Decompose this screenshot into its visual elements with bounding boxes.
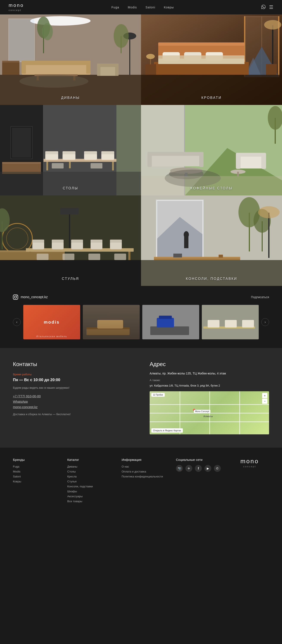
footer-brand-kovry[interactable]: Ковры — [13, 480, 59, 483]
category-stulya[interactable]: СТУЛЬЯ — [0, 196, 141, 286]
delivery-text: Доставка и сборка по Алматы — бесплатно! — [13, 412, 132, 416]
menu-icon[interactable]: ☰ — [269, 4, 273, 10]
map[interactable]: ☰ Пробки 📍 Mono Concept Алматы + − Откры… — [150, 391, 269, 434]
footer-info-title: Информация — [122, 458, 167, 462]
svg-point-141 — [258, 206, 280, 218]
svg-rect-48 — [141, 75, 282, 105]
footer-catalog-aksessuary[interactable]: Аксессуары — [67, 495, 113, 498]
svg-rect-86 — [236, 153, 241, 169]
footer-info-privacy[interactable]: Политика конфиденциальности — [122, 475, 167, 478]
svg-rect-111 — [110, 242, 122, 249]
svg-rect-89 — [237, 172, 239, 176]
nav-modis[interactable]: Modis — [128, 6, 137, 9]
main-nav: Fuga Modis Saloni Ковры — [111, 6, 174, 9]
social-youtube[interactable]: ▶ — [204, 465, 211, 472]
nav-kovry[interactable]: Ковры — [164, 6, 174, 9]
social-instagram[interactable]: 📷 — [176, 465, 183, 472]
footer-info-about[interactable]: О нас — [122, 465, 167, 468]
whatsapp-icon[interactable] — [261, 5, 266, 10]
footer-catalog-stulya[interactable]: Стулья — [67, 480, 113, 483]
svg-rect-150 — [159, 316, 172, 319]
footer-brand-saloni[interactable]: Saloni — [13, 475, 59, 478]
map-road — [180, 391, 180, 434]
instagram-prev-btn[interactable]: ‹ — [13, 318, 21, 326]
instagram-subscribe-btn[interactable]: Подписаться — [251, 296, 269, 299]
footer-brands-col: Бренды Fuga Modis Saloni Ковры — [13, 458, 59, 504]
svg-rect-139 — [219, 255, 223, 258]
footer-catalog-kresla[interactable]: Кресла — [67, 475, 113, 478]
footer-brand-modis[interactable]: Modis — [13, 470, 59, 473]
map-open-yandex[interactable]: Открыть в Яндекс Картах — [151, 428, 183, 433]
svg-rect-107 — [71, 242, 83, 249]
instagram-next-btn[interactable]: › — [261, 318, 269, 326]
address-section: Адрес Алматы, пр. Жибек-жолы 135, ТЦ Жиб… — [150, 361, 269, 434]
footer-logo-main: mono — [230, 458, 269, 465]
footer-brand-fuga[interactable]: Fuga — [13, 465, 59, 468]
svg-rect-66 — [101, 151, 114, 154]
svg-rect-103 — [32, 242, 44, 249]
footer-catalog-shkafy[interactable]: Шкафы — [67, 490, 113, 493]
footer-catalog-divany[interactable]: Диваны — [67, 465, 113, 468]
footer-catalog-stoly[interactable]: Столы — [67, 470, 113, 473]
footer-info-delivery[interactable]: Оплата и доставка — [122, 470, 167, 473]
social-whatsapp[interactable]: ✆ — [214, 465, 221, 472]
category-stoly[interactable]: СТОЛЫ — [0, 105, 141, 196]
nav-fuga[interactable]: Fuga — [111, 6, 119, 9]
footer-catalog-all[interactable]: Все товары — [67, 500, 113, 503]
address-alt: ул. Кабдолова 1/8, ТЦ Armada, блок 3, ря… — [150, 384, 269, 388]
svg-rect-148 — [150, 326, 189, 335]
svg-rect-78 — [147, 152, 203, 156]
instagram-photo-1[interactable]: Итальянская мебель — [23, 305, 80, 339]
website-link[interactable]: mono-concept.kz — [13, 405, 132, 409]
svg-rect-146 — [97, 320, 123, 328]
working-hours-label: Время работы — [13, 373, 132, 376]
svg-rect-108 — [71, 240, 83, 242]
phone-link[interactable]: +7 (777) 910-00-00 — [13, 394, 132, 398]
svg-rect-109 — [91, 242, 102, 249]
nav-saloni[interactable]: Saloni — [146, 6, 155, 9]
category-krovati-label: КРОВАТИ — [141, 96, 282, 100]
svg-rect-101 — [29, 252, 31, 260]
svg-rect-57 — [112, 162, 114, 170]
social-telegram[interactable]: ✈ — [185, 465, 192, 472]
svg-rect-102 — [128, 252, 130, 260]
svg-rect-110 — [91, 240, 102, 242]
map-top-bar: ☰ Пробки — [151, 393, 260, 397]
svg-rect-149 — [157, 318, 174, 328]
svg-rect-116 — [114, 254, 126, 260]
category-krovati[interactable]: КРОВАТИ — [141, 14, 282, 105]
svg-rect-21 — [129, 36, 130, 75]
category-stulya-label: СТУЛЬЯ — [0, 277, 141, 281]
logo[interactable]: mono concept — [9, 2, 24, 12]
footer-info-col: Информация О нас Оплата и доставка Полит… — [122, 458, 167, 504]
instagram-photo-4[interactable] — [202, 305, 259, 339]
svg-rect-61 — [63, 154, 76, 160]
category-konsoli[interactable]: КОНСОЛИ, ПОДСТАВКИ — [141, 196, 282, 286]
map-traffic-label: ☰ Пробки — [151, 393, 165, 397]
svg-rect-106 — [52, 240, 64, 242]
svg-rect-8 — [2, 62, 20, 75]
social-facebook[interactable]: f — [195, 465, 202, 472]
whatsapp-link[interactable]: WhatsApp — [13, 400, 132, 403]
category-konsoli-label: КОНСОЛИ, ПОДСТАВКИ — [141, 277, 282, 281]
instagram-photo-3[interactable] — [142, 305, 199, 339]
logo-main: mono — [9, 2, 24, 8]
map-zoom-out[interactable]: − — [262, 398, 267, 404]
svg-point-47 — [264, 20, 281, 30]
instagram-photo-2[interactable] — [83, 305, 140, 339]
svg-rect-79 — [147, 152, 152, 167]
instagram-handle[interactable]: mono_concept.kz — [13, 294, 48, 300]
svg-rect-71 — [0, 172, 141, 196]
map-background: ☰ Пробки 📍 Mono Concept Алматы + − Откры… — [150, 391, 269, 434]
category-kofeynye[interactable]: КОФЕЙНЫЕ СТОЛЫ — [141, 105, 282, 196]
footer-logo-sub: concept — [230, 465, 269, 468]
svg-point-129 — [184, 231, 189, 238]
footer-catalog-konsoli[interactable]: Консоли, подставки — [67, 485, 113, 488]
svg-rect-104 — [32, 240, 44, 242]
category-divany[interactable]: ДИВАНЫ — [0, 14, 141, 105]
svg-rect-45 — [266, 64, 277, 75]
map-controls: + − — [262, 393, 267, 404]
map-zoom-in[interactable]: + — [262, 393, 267, 398]
contacts-title: Контакты — [13, 361, 132, 368]
svg-rect-112 — [110, 240, 122, 242]
